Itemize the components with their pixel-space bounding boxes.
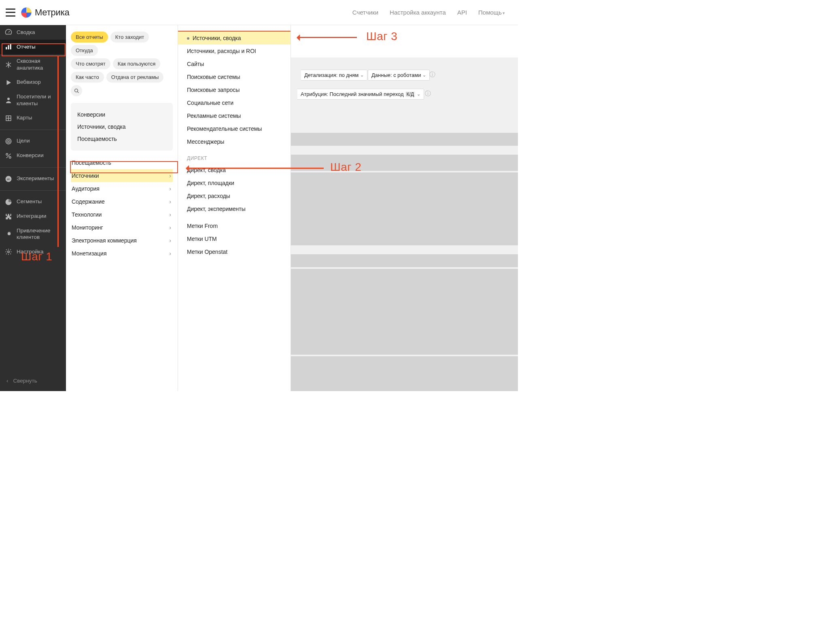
help-icon[interactable]: ⓘ <box>425 90 431 98</box>
filter-chip[interactable]: Откуда <box>71 45 98 56</box>
bar-chart-icon <box>5 43 12 51</box>
category-item[interactable]: Электронная коммерция› <box>71 234 173 247</box>
subreport-item[interactable]: Директ, сводка <box>178 164 291 177</box>
subreport-item[interactable]: Метки Openstat <box>178 245 291 258</box>
category-item[interactable]: Монетизация› <box>71 247 173 260</box>
detail-dropdown[interactable]: Детализация: по дням⌄ <box>301 70 367 81</box>
help-icon[interactable]: ⓘ <box>429 71 435 79</box>
filter-chip[interactable]: Отдача от рекламы <box>106 72 164 83</box>
category-item[interactable]: Мониторинг› <box>71 221 173 234</box>
sidebar: СводкаОтчетыСквозная аналитикаВебвизорПо… <box>0 25 66 391</box>
sidebar-item-label: Привлечение клиентов <box>17 228 61 241</box>
subreport-item[interactable]: Директ, площадки <box>178 177 291 189</box>
category-item[interactable]: Посещаемость <box>71 156 173 169</box>
sidebar-item-label: Сегменты <box>17 198 42 205</box>
sidebar-item-label: Интеграции <box>17 213 46 220</box>
search-icon[interactable] <box>71 85 82 96</box>
filter-chip[interactable]: Кто заходит <box>110 32 149 43</box>
svg-rect-2 <box>8 45 9 50</box>
quick-report-link[interactable]: Конверсии <box>77 109 166 121</box>
flame-icon <box>5 230 12 238</box>
subreport-item[interactable]: Рекламные системы <box>178 109 291 122</box>
subreport-item[interactable]: Метки UTM <box>178 232 291 245</box>
subreport-item[interactable]: Метки From <box>178 219 291 232</box>
sidebar-item-puzzle[interactable]: Интеграции <box>0 209 66 224</box>
reports-subpanel: Источники, сводкаИсточники, расходы и RO… <box>178 25 291 391</box>
chart-placeholder <box>291 269 518 355</box>
chevron-right-icon: › <box>169 250 171 257</box>
sidebar-item-gear[interactable]: Настройка <box>0 245 66 259</box>
sidebar-item-label: Отчеты <box>17 44 36 51</box>
sidebar-item-label: Настройка <box>17 249 43 255</box>
quick-report-link[interactable]: Посещаемость <box>77 133 166 145</box>
ab-icon: ab <box>5 175 12 183</box>
svg-point-8 <box>8 141 9 142</box>
category-item[interactable]: Аудитория› <box>71 182 173 195</box>
brand-logo[interactable]: Метрика <box>21 7 70 18</box>
pie-icon <box>5 198 12 206</box>
sidebar-item-label: Вебвизор <box>17 79 41 86</box>
subreport-item[interactable]: Поисковые системы <box>178 70 291 83</box>
subreport-item[interactable]: Социальные сети <box>178 96 291 109</box>
subreport-item[interactable]: Поисковые запросы <box>178 83 291 96</box>
svg-rect-3 <box>10 44 11 50</box>
subreport-item[interactable]: Сайты <box>178 57 291 70</box>
target-icon <box>5 138 12 145</box>
attribution-dropdown[interactable]: Атрибуция: Последний значимый переход К/… <box>297 89 424 100</box>
sidebar-item-pie[interactable]: Сегменты <box>0 195 66 209</box>
quick-reports-card: КонверсииИсточники, сводкаПосещаемость <box>71 103 173 151</box>
brand-text: Метрика <box>35 7 70 18</box>
filter-chip[interactable]: Что смотрят <box>71 58 110 69</box>
header-link[interactable]: API <box>457 9 467 16</box>
subsection-heading: ДИРЕКТ <box>178 148 291 164</box>
sidebar-item-speedometer[interactable]: Сводка <box>0 25 66 40</box>
collapse-sidebar-button[interactable]: ‹Свернуть <box>0 370 66 391</box>
sidebar-item-label: Цели <box>17 138 30 145</box>
person-icon <box>5 97 12 104</box>
chevron-left-icon: ‹ <box>6 378 8 384</box>
subreport-item[interactable]: Источники, сводка <box>178 32 291 45</box>
puzzle-icon <box>5 213 12 220</box>
sidebar-item-ab[interactable]: abЭксперименты <box>0 172 66 186</box>
percent-icon <box>5 152 12 160</box>
header-link[interactable]: Счетчики <box>352 9 378 16</box>
category-item[interactable]: Технологии› <box>71 208 173 221</box>
filter-chip[interactable]: Как пользуются <box>113 58 161 69</box>
svg-point-10 <box>9 156 11 158</box>
category-item[interactable]: Содержание› <box>71 195 173 208</box>
header-link[interactable]: Помощь▾ <box>478 9 505 16</box>
bullet-icon <box>187 37 189 40</box>
sidebar-item-flame[interactable]: Привлечение клиентов <box>0 224 66 245</box>
filter-chip[interactable]: Все отчеты <box>71 32 108 43</box>
chevron-down-icon: ⌄ <box>360 72 364 78</box>
sidebar-item-label: Эксперименты <box>17 175 54 182</box>
subreport-item[interactable]: Директ, эксперименты <box>178 202 291 215</box>
sidebar-item-label: Сквозная аналитика <box>17 58 61 72</box>
chevron-right-icon: › <box>169 185 171 192</box>
chevron-down-icon: ▾ <box>503 11 505 15</box>
chart-placeholder <box>291 155 518 171</box>
sidebar-item-person[interactable]: Посетители и клиенты <box>0 90 66 111</box>
subreport-item[interactable]: Источники, расходы и ROI <box>178 45 291 57</box>
filter-chip[interactable]: Как часто <box>71 72 104 83</box>
svg-rect-1 <box>6 47 7 49</box>
sidebar-item-play[interactable]: Вебвизор <box>0 75 66 90</box>
subreport-item[interactable]: Мессенджеры <box>178 135 291 148</box>
category-item[interactable]: Источники› <box>71 169 173 182</box>
data-dropdown[interactable]: Данные: с роботами⌄ <box>368 70 430 81</box>
svg-point-14 <box>74 89 78 92</box>
header-link[interactable]: Настройка аккаунта <box>390 9 446 16</box>
sidebar-item-map[interactable]: Карты <box>0 111 66 126</box>
sidebar-item-percent[interactable]: Конверсии <box>0 149 66 163</box>
sidebar-item-target[interactable]: Цели <box>0 134 66 149</box>
svg-text:ab: ab <box>7 177 10 181</box>
subreport-item[interactable]: Рекомендательные системы <box>178 122 291 135</box>
chart-placeholder <box>291 172 518 245</box>
subreport-item[interactable]: Директ, расходы <box>178 189 291 202</box>
sidebar-item-asterisk[interactable]: Сквозная аналитика <box>0 54 66 75</box>
sidebar-item-label: Карты <box>17 115 32 121</box>
menu-toggle-icon[interactable] <box>6 9 15 17</box>
quick-report-link[interactable]: Источники, сводка <box>77 121 166 133</box>
sidebar-item-bar-chart[interactable]: Отчеты <box>0 40 66 54</box>
report-content: Детализация: по дням⌄ Данные: с роботами… <box>291 25 518 391</box>
